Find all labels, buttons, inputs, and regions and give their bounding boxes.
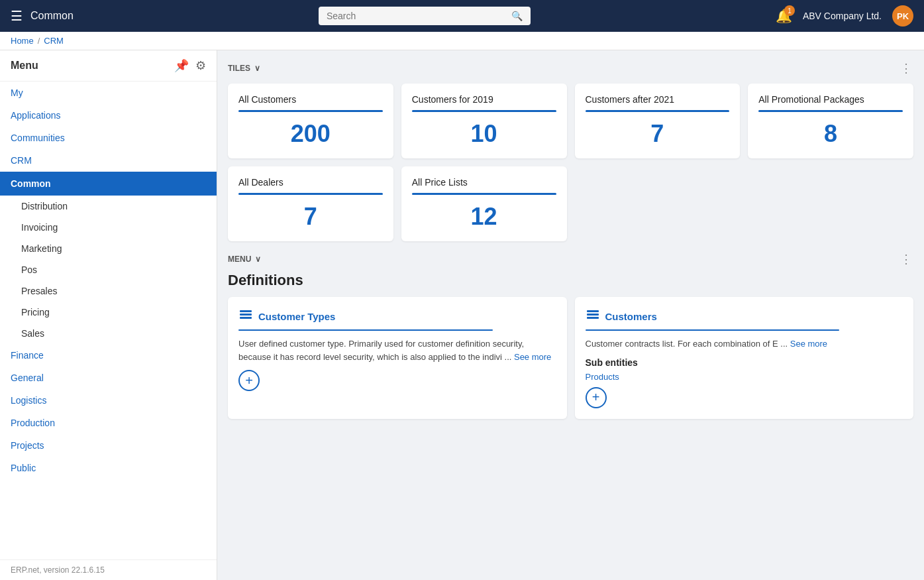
svg-rect-4 (587, 314, 599, 316)
sidebar-item-distribution[interactable]: Distribution (0, 196, 217, 217)
customer-types-desc: User defined customer type. Primarily us… (238, 337, 556, 363)
company-name: ABV Company Ltd. (803, 11, 882, 21)
sidebar-header-icons: 📌 ⚙ (174, 58, 206, 73)
def-card-customers: Customers Customer contracts list. For e… (575, 297, 914, 419)
topbar: ☰ Common 🔍 🔔 1 ABV Company Ltd. PK (0, 0, 924, 32)
tiles-label-text: TILES (228, 64, 250, 73)
tiles-section-header: TILES ∨ ⋮ (228, 61, 913, 76)
svg-rect-2 (240, 317, 252, 319)
tile-customers-2019-value: 10 (412, 120, 556, 148)
tiles-dots-icon[interactable]: ⋮ (900, 61, 913, 76)
search-input[interactable] (327, 11, 507, 21)
def-card-customer-types-header: Customer Types (238, 308, 556, 325)
tile-all-dealers-title: All Dealers (238, 177, 383, 188)
tile-promo-packages-divider (758, 110, 903, 112)
svg-rect-3 (587, 310, 599, 312)
def-card-customer-types: Customer Types User defined customer typ… (228, 297, 567, 419)
tile-all-price-lists[interactable]: All Price Lists 12 (401, 166, 567, 241)
menu-section: MENU ∨ ⋮ Definitions (228, 252, 913, 419)
search-bar[interactable]: 🔍 (319, 7, 531, 25)
menu-hamburger-icon[interactable]: ☰ (11, 8, 23, 24)
customers-stack-icon (586, 308, 600, 325)
sidebar-item-common[interactable]: Common (0, 172, 217, 196)
tile-customers-2021-value: 7 (586, 120, 730, 148)
sidebar-item-public[interactable]: Public (0, 457, 217, 479)
tile-customers-2019-divider (412, 110, 556, 112)
breadcrumb-crm[interactable]: CRM (44, 36, 64, 46)
sidebar-item-finance[interactable]: Finance (0, 344, 217, 367)
sidebar: Menu 📌 ⚙ My Applications Communities CRM… (0, 50, 217, 580)
tile-all-customers-divider (238, 110, 383, 112)
topbar-right: 🔔 1 ABV Company Ltd. PK (776, 5, 913, 27)
search-icon: 🔍 (511, 11, 523, 21)
tile-all-dealers-value: 7 (238, 203, 383, 231)
content-area: TILES ∨ ⋮ All Customers 200 Customers fo… (217, 50, 924, 580)
tiles-row-2: All Dealers 7 All Price Lists 12 (228, 166, 913, 241)
sidebar-title: Menu (11, 60, 38, 72)
tile-all-dealers[interactable]: All Dealers 7 (228, 166, 393, 241)
tile-empty-2 (748, 166, 913, 241)
menu-label[interactable]: MENU ∨ (228, 255, 261, 264)
def-card-customers-header: Customers (586, 308, 903, 325)
sidebar-item-logistics[interactable]: Logistics (0, 389, 217, 412)
topbar-title: Common (30, 10, 74, 22)
sidebar-item-invoicing[interactable]: Invoicing (0, 217, 217, 238)
breadcrumb: Home / CRM (0, 32, 924, 50)
user-avatar[interactable]: PK (892, 5, 913, 27)
tile-customers-2019-title: Customers for 2019 (412, 94, 556, 105)
sidebar-item-general[interactable]: General (0, 367, 217, 389)
sidebar-item-pricing[interactable]: Pricing (0, 302, 217, 323)
sidebar-item-marketing[interactable]: Marketing (0, 238, 217, 259)
tiles-label[interactable]: TILES ∨ (228, 64, 260, 73)
menu-chevron-icon: ∨ (255, 255, 261, 264)
sidebar-item-communities[interactable]: Communities (0, 127, 217, 149)
tile-all-price-lists-title: All Price Lists (412, 177, 556, 188)
tiles-chevron-icon: ∨ (254, 64, 260, 73)
customers-products-link[interactable]: Products (586, 372, 903, 382)
tile-promo-packages-title: All Promotional Packages (758, 94, 903, 105)
tiles-row-1: All Customers 200 Customers for 2019 10 … (228, 84, 913, 158)
definitions-title: Definitions (228, 272, 913, 289)
sidebar-item-crm[interactable]: CRM (0, 149, 217, 172)
sidebar-item-presales[interactable]: Presales (0, 280, 217, 302)
tile-customers-2021-title: Customers after 2021 (586, 94, 730, 105)
menu-label-text: MENU (228, 255, 251, 264)
tile-all-customers-title: All Customers (238, 94, 383, 105)
breadcrumb-sep: / (38, 36, 40, 46)
sidebar-item-pos[interactable]: Pos (0, 259, 217, 280)
sidebar-item-production[interactable]: Production (0, 412, 217, 434)
definition-cards-grid: Customer Types User defined customer typ… (228, 297, 913, 419)
customer-types-title[interactable]: Customer Types (258, 311, 335, 322)
sidebar-item-projects[interactable]: Projects (0, 434, 217, 457)
tile-promo-packages[interactable]: All Promotional Packages 8 (748, 84, 913, 158)
customers-title[interactable]: Customers (605, 311, 657, 322)
menu-section-header: MENU ∨ ⋮ (228, 252, 913, 266)
customer-types-divider (238, 329, 493, 331)
menu-dots-icon[interactable]: ⋮ (900, 252, 913, 266)
breadcrumb-home[interactable]: Home (11, 36, 34, 46)
sidebar-item-applications[interactable]: Applications (0, 104, 217, 127)
notification-badge: 1 (784, 5, 795, 16)
tile-promo-packages-value: 8 (758, 120, 903, 148)
tile-all-price-lists-value: 12 (412, 203, 556, 231)
svg-rect-0 (240, 310, 252, 312)
customers-divider (586, 329, 840, 331)
tile-all-price-lists-divider (412, 193, 556, 195)
sidebar-item-my[interactable]: My (0, 82, 217, 104)
customer-types-stack-icon (238, 308, 253, 325)
gear-icon[interactable]: ⚙ (195, 58, 206, 73)
tile-all-dealers-divider (238, 193, 383, 195)
sidebar-item-sales[interactable]: Sales (0, 323, 217, 344)
tile-customers-2021[interactable]: Customers after 2021 7 (575, 84, 741, 158)
customers-add-button[interactable]: + (586, 387, 607, 408)
customer-types-add-button[interactable]: + (238, 370, 260, 391)
customers-see-more[interactable]: See more (790, 339, 827, 349)
customers-sub-entities-label: Sub entities (586, 357, 903, 368)
notification-bell[interactable]: 🔔 1 (776, 8, 792, 24)
tile-customers-2019[interactable]: Customers for 2019 10 (401, 84, 567, 158)
tile-all-customers[interactable]: All Customers 200 (228, 84, 393, 158)
svg-rect-5 (587, 317, 599, 319)
customer-types-see-more[interactable]: See more (514, 352, 551, 362)
sidebar-nav: My Applications Communities CRM Common D… (0, 82, 217, 559)
pin-icon[interactable]: 📌 (174, 58, 189, 73)
